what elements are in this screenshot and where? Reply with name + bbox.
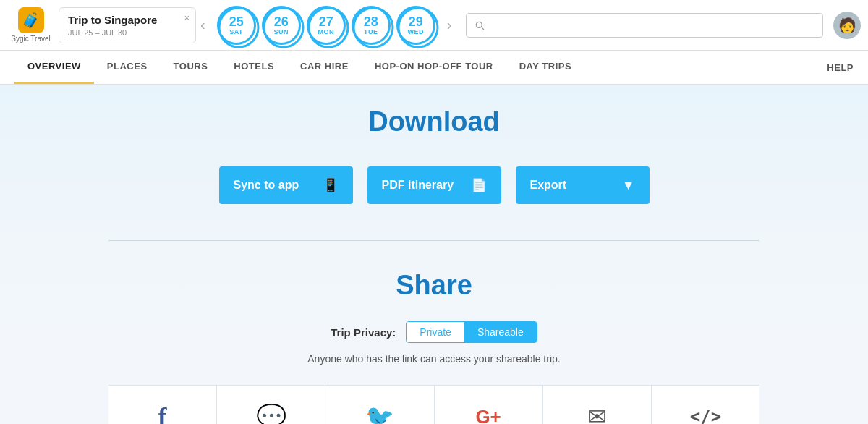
share-section: Share Trip Privacy: Private Shareable An… bbox=[14, 270, 854, 424]
phone-icon: 📱 bbox=[323, 177, 339, 193]
nav-item-hotels[interactable]: HOTELS bbox=[221, 51, 287, 84]
main-content: Download Sync to app 📱 PDF itinerary 📄 E… bbox=[0, 85, 868, 424]
sync-to-app-button[interactable]: Sync to app 📱 bbox=[219, 166, 353, 204]
chevron-down-icon: ▼ bbox=[622, 178, 635, 193]
trip-card: Trip to Singapore JUL 25 – JUL 30 × bbox=[59, 7, 196, 43]
googleplus-share-button[interactable]: G+ bbox=[435, 386, 543, 424]
sync-label: Sync to app bbox=[234, 179, 299, 192]
app-logo: 🧳 Sygic Travel bbox=[7, 7, 54, 43]
download-title: Download bbox=[14, 106, 854, 137]
svg-point-4 bbox=[399, 8, 438, 47]
day-circle-28[interactable]: 28 TUE bbox=[352, 6, 391, 45]
svg-point-1 bbox=[264, 8, 303, 47]
facebook-icon: f bbox=[158, 402, 167, 424]
messenger-share-button[interactable]: 💬 bbox=[217, 386, 326, 424]
trip-dates: JUL 25 – JUL 30 bbox=[68, 28, 174, 37]
share-note: Anyone who has the link can access your … bbox=[14, 353, 854, 365]
social-row: f 💬 🐦 G+ ✉ </> bbox=[109, 385, 760, 424]
email-icon: ✉ bbox=[587, 403, 607, 424]
nav-item-places[interactable]: PLACES bbox=[94, 51, 161, 84]
export-button[interactable]: Export ▼ bbox=[516, 166, 650, 204]
avatar[interactable]: 🧑 bbox=[833, 12, 861, 39]
prev-day-arrow[interactable]: ‹ bbox=[196, 17, 210, 33]
messenger-icon: 💬 bbox=[256, 402, 286, 424]
logo-icon: 🧳 bbox=[18, 7, 44, 33]
svg-point-2 bbox=[309, 8, 348, 47]
privacy-toggle: Private Shareable bbox=[406, 321, 537, 343]
day-circle-27[interactable]: 27 MON bbox=[307, 6, 346, 45]
facebook-share-button[interactable]: f bbox=[109, 386, 217, 424]
nav-item-overview[interactable]: OVERVIEW bbox=[14, 51, 94, 84]
share-title: Share bbox=[14, 270, 854, 301]
section-divider bbox=[109, 240, 760, 241]
trip-close-button[interactable]: × bbox=[184, 12, 190, 23]
download-buttons: Sync to app 📱 PDF itinerary 📄 Export ▼ bbox=[14, 166, 854, 204]
nav-item-car-hire[interactable]: CAR HIRE bbox=[287, 51, 362, 84]
logo-label: Sygic Travel bbox=[11, 35, 50, 43]
trip-title: Trip to Singapore bbox=[68, 14, 157, 26]
nav-help[interactable]: HELP bbox=[827, 52, 854, 83]
day-circle-25[interactable]: 25 SAT bbox=[217, 6, 256, 45]
pdf-label: PDF itinerary bbox=[382, 179, 454, 192]
private-option[interactable]: Private bbox=[407, 322, 464, 342]
privacy-label: Trip Privacy: bbox=[331, 326, 396, 339]
pdf-icon: 📄 bbox=[471, 177, 487, 193]
next-day-arrow[interactable]: › bbox=[443, 17, 456, 33]
day-circle-29[interactable]: 29 WED bbox=[396, 6, 435, 45]
googleplus-icon: G+ bbox=[475, 406, 501, 425]
embed-icon: </> bbox=[690, 407, 721, 424]
nav-item-hop-on[interactable]: HOP-ON HOP-OFF TOUR bbox=[362, 51, 506, 84]
day-circles: 25 SAT 26 SUN 27 MON 28 TUE 29 WED bbox=[217, 6, 435, 45]
embed-share-button[interactable]: </> bbox=[652, 386, 760, 424]
svg-point-0 bbox=[219, 8, 258, 47]
svg-point-3 bbox=[354, 8, 393, 47]
pdf-itinerary-button[interactable]: PDF itinerary 📄 bbox=[367, 166, 501, 204]
search-bar bbox=[466, 13, 823, 38]
nav-item-day-trips[interactable]: DAY TRIPS bbox=[506, 51, 584, 84]
twitter-share-button[interactable]: 🐦 bbox=[326, 386, 434, 424]
search-input[interactable] bbox=[466, 13, 823, 38]
top-bar: 🧳 Sygic Travel Trip to Singapore JUL 25 … bbox=[0, 0, 868, 51]
twitter-icon: 🐦 bbox=[365, 403, 394, 424]
nav-bar: OVERVIEW PLACES TOURS HOTELS CAR HIRE HO… bbox=[0, 51, 868, 85]
shareable-option[interactable]: Shareable bbox=[464, 322, 537, 342]
nav-item-tours[interactable]: TOURS bbox=[161, 51, 221, 84]
export-label: Export bbox=[530, 179, 567, 192]
privacy-row: Trip Privacy: Private Shareable bbox=[14, 321, 854, 343]
day-circle-26[interactable]: 26 SUN bbox=[262, 6, 301, 45]
email-share-button[interactable]: ✉ bbox=[543, 386, 652, 424]
